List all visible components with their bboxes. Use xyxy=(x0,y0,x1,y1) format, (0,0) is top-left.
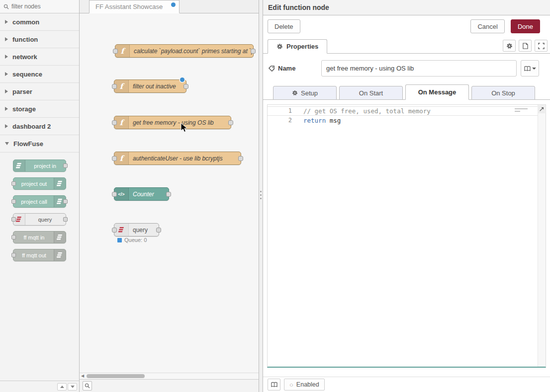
tag-icon xyxy=(269,66,275,72)
mqtt-in-icon xyxy=(54,232,66,243)
node-port-output[interactable] xyxy=(63,199,68,204)
palette-expand-all-button[interactable] xyxy=(68,383,77,391)
node-changed-dot xyxy=(180,78,184,82)
chevron-right-icon xyxy=(5,20,8,24)
workspace-tab[interactable]: FF Assistant Showcase xyxy=(89,0,180,13)
palette-category-common[interactable]: common xyxy=(0,13,79,31)
code-line: 2 return msg xyxy=(268,116,546,125)
workspace-tab-label: FF Assistant Showcase xyxy=(95,3,163,10)
node-port-input[interactable] xyxy=(11,199,16,204)
tab-properties[interactable]: Properties xyxy=(268,39,327,54)
node-port-output[interactable] xyxy=(63,163,68,168)
code-comment: // get OS free, used, total memory xyxy=(295,106,431,116)
node-label: query xyxy=(129,227,152,234)
palette-category-dashboard2[interactable]: dashboard 2 xyxy=(0,118,79,135)
flow-node-counter[interactable]: </> Counter xyxy=(114,187,169,201)
palette-category-label: parser xyxy=(12,88,32,95)
palette-category-function[interactable]: function xyxy=(0,31,79,48)
node-port-output[interactable] xyxy=(156,228,161,233)
mqtt-out-icon xyxy=(54,249,66,261)
canvas-footer xyxy=(80,379,259,392)
node-port-output[interactable] xyxy=(238,156,243,161)
node-port-input[interactable] xyxy=(11,253,16,257)
flow-node-query[interactable]: query xyxy=(114,223,159,236)
line-number: 2 xyxy=(268,116,295,125)
library-button[interactable] xyxy=(268,379,280,391)
project-out-icon xyxy=(54,178,66,189)
node-label: get free memory - using OS lib xyxy=(129,119,218,126)
palette-category-storage[interactable]: storage xyxy=(0,100,79,118)
flow-node-calculate-primes[interactable]: f calculate `payload.count` primes start… xyxy=(115,44,254,58)
palette-category-flowfuse[interactable]: FlowFuse xyxy=(0,135,79,153)
chevron-right-icon xyxy=(5,37,8,41)
palette-node-project-in[interactable]: project in xyxy=(13,159,66,172)
flow-canvas[interactable]: FF Assistant Showcase f calculate `paylo… xyxy=(80,0,259,392)
cancel-button[interactable]: Cancel xyxy=(470,19,504,33)
search-icon xyxy=(85,383,90,389)
chevron-right-icon xyxy=(5,107,8,111)
search-flows-button[interactable] xyxy=(83,381,92,391)
node-port-input[interactable] xyxy=(113,49,118,54)
node-description-button[interactable] xyxy=(519,40,532,52)
label-options-button[interactable] xyxy=(521,60,539,77)
palette-category-sequence[interactable]: sequence xyxy=(0,66,79,83)
tray-resize-handle[interactable] xyxy=(259,0,263,392)
flow-node-get-free-memory[interactable]: f get free memory - using OS lib xyxy=(114,116,231,129)
scrollbar-left-arrow[interactable]: ◀ xyxy=(81,373,84,379)
node-port-input[interactable] xyxy=(11,235,16,239)
node-port-output[interactable] xyxy=(251,49,256,54)
node-enabled-toggle[interactable]: ○ Enabled xyxy=(284,379,325,391)
tab-on-stop[interactable]: On Stop xyxy=(471,86,535,100)
node-port-output[interactable] xyxy=(228,120,233,125)
name-form-row: Name xyxy=(263,54,550,81)
palette-category-label: storage xyxy=(12,105,36,113)
tab-setup[interactable]: Setup xyxy=(273,86,337,100)
node-port-input[interactable] xyxy=(112,192,117,197)
node-port-input[interactable] xyxy=(112,156,117,161)
node-port-output[interactable] xyxy=(183,84,188,89)
palette-node-ff-mqtt-out[interactable]: ff mqtt out xyxy=(13,249,66,261)
editor-vertical-scrollbar[interactable] xyxy=(538,105,546,367)
tab-properties-label: Properties xyxy=(286,43,318,50)
palette-node-project-out[interactable]: project out xyxy=(13,177,66,190)
palette-node-list: project in project out project call quer… xyxy=(0,153,79,270)
palette-category-parser[interactable]: parser xyxy=(0,83,79,100)
flow-node-authenticate-user[interactable]: f authenticateUser - use lib bcryptjs xyxy=(114,152,241,165)
node-port-input[interactable] xyxy=(112,120,117,125)
editor-expand-button[interactable] xyxy=(538,105,545,113)
resize-grip-icon xyxy=(260,191,262,199)
book-icon xyxy=(271,382,277,388)
palette-search-input[interactable] xyxy=(11,3,70,10)
node-port-input[interactable] xyxy=(112,84,117,89)
palette-collapse-all-button[interactable] xyxy=(57,383,67,391)
book-icon xyxy=(524,66,531,72)
node-label: filter out inactive xyxy=(129,83,180,90)
node-port-output[interactable] xyxy=(166,192,171,197)
scrollbar-thumb[interactable] xyxy=(87,374,145,378)
function-code-editor[interactable]: 1 // get OS free, used, total memory 2 r… xyxy=(267,104,546,368)
palette-footer xyxy=(0,381,79,392)
palette-node-query[interactable]: query xyxy=(13,213,66,226)
expand-tray-button[interactable] xyxy=(535,40,548,52)
canvas-horizontal-scrollbar[interactable]: ◀ xyxy=(80,373,259,379)
tab-on-message[interactable]: On Message xyxy=(405,84,469,100)
palette-node-label: ff mqtt out xyxy=(13,252,55,258)
done-button[interactable]: Done xyxy=(511,19,540,33)
chevron-right-icon xyxy=(5,55,8,59)
node-port-input[interactable] xyxy=(112,228,117,233)
node-port-output[interactable] xyxy=(63,217,68,222)
palette-category-network[interactable]: network xyxy=(0,48,79,66)
palette-node-label: query xyxy=(24,217,66,223)
gear-icon xyxy=(292,90,298,96)
tab-on-start[interactable]: On Start xyxy=(339,86,403,100)
name-input[interactable] xyxy=(321,60,517,77)
node-port-input[interactable] xyxy=(11,217,16,222)
node-status-text: Queue: 0 xyxy=(124,237,147,243)
delete-button[interactable]: Delete xyxy=(268,19,300,33)
palette-category-label: network xyxy=(12,53,37,61)
palette-node-ff-mqtt-in[interactable]: ff mqtt in xyxy=(13,231,66,243)
node-settings-button[interactable] xyxy=(503,40,516,52)
palette-node-project-call[interactable]: project call xyxy=(13,195,66,208)
flow-node-filter-out-inactive[interactable]: f filter out inactive xyxy=(114,79,186,93)
node-port-input[interactable] xyxy=(11,181,16,186)
